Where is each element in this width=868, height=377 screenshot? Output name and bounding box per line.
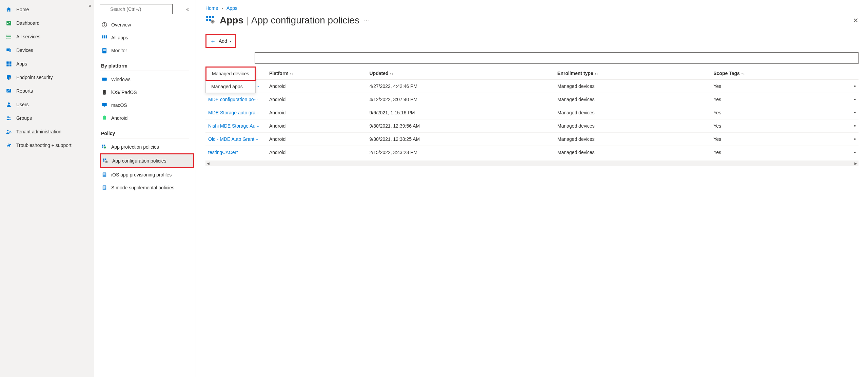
add-button[interactable]: ＋ Add ▾	[206, 35, 235, 47]
row-more-icon[interactable]: •	[835, 106, 859, 119]
column-header[interactable]: Updated↑↓	[367, 67, 555, 80]
reports-icon	[5, 88, 12, 94]
row-more-icon[interactable]: •	[835, 119, 859, 133]
policy-name-link[interactable]: Nishi MDE Storage Au···	[205, 119, 267, 133]
cell-scope: Yes	[711, 106, 834, 119]
svg-rect-12	[6, 63, 8, 65]
smode-icon	[101, 185, 108, 191]
row-more-icon[interactable]: •	[835, 133, 859, 146]
nav-item-label: Home	[16, 7, 29, 12]
svg-rect-16	[8, 65, 10, 67]
horizontal-scrollbar[interactable]: ◀ ▶	[205, 161, 859, 166]
macos-icon	[101, 102, 108, 108]
dropdown-item-managed-devices[interactable]: Managed devices	[205, 67, 256, 81]
sub-item-s-mode-supplemental-policies[interactable]: S mode supplemental policies	[100, 181, 194, 194]
scroll-left-icon[interactable]: ◀	[205, 161, 211, 166]
svg-rect-35	[106, 37, 107, 39]
policy-name-link[interactable]: testingCACert	[205, 146, 267, 159]
collapse-primary-sidebar-icon[interactable]: «	[88, 3, 91, 8]
svg-point-18	[9, 77, 11, 79]
page-title-sub: App configuration policies	[251, 15, 359, 25]
nav-item-troubleshooting-support[interactable]: Troubleshooting + support	[0, 138, 94, 152]
cell-updated: 2/15/2022, 3:43:23 PM	[367, 146, 555, 159]
nav-item-reports[interactable]: Reports	[0, 84, 94, 98]
cell-scope: Yes	[711, 133, 834, 146]
row-more-icon[interactable]: •	[835, 93, 859, 106]
nav-item-dashboard[interactable]: Dashboard	[0, 16, 94, 30]
info-icon	[101, 22, 108, 28]
grid-icon	[101, 35, 108, 41]
nav-item-devices[interactable]: Devices	[0, 43, 94, 57]
sub-sidebar: « OverviewAll appsMonitorBy platformWind…	[94, 0, 196, 377]
dropdown-item-managed-apps[interactable]: Managed apps	[206, 80, 255, 93]
svg-rect-64	[206, 16, 208, 18]
cell-enrollment: Managed devices	[555, 133, 711, 146]
sub-item-ios-app-provisioning-profiles[interactable]: iOS app provisioning profiles	[100, 168, 194, 181]
sub-item-label: Monitor	[111, 48, 127, 53]
svg-rect-45	[104, 106, 105, 107]
page-title-main: Apps	[220, 15, 243, 25]
sub-item-app-configuration-policies[interactable]: App configuration policies	[100, 153, 194, 168]
svg-rect-40	[104, 81, 105, 81]
nav-item-apps[interactable]: Apps	[0, 57, 94, 71]
svg-rect-38	[103, 50, 106, 51]
app-config-icon	[102, 158, 109, 164]
nav-item-label: Reports	[16, 88, 33, 94]
row-more-icon[interactable]: •	[835, 80, 859, 93]
sub-item-overview[interactable]: Overview	[100, 18, 194, 31]
breadcrumb-apps[interactable]: Apps	[226, 5, 237, 11]
nav-item-all-services[interactable]: All services	[0, 30, 94, 43]
search-input[interactable]	[100, 4, 173, 14]
sub-item-windows[interactable]: Windows	[100, 73, 194, 86]
policy-name-link[interactable]: MDE Storage auto gra···	[205, 106, 267, 119]
policy-name-link[interactable]: Old - MDE Auto Grant···	[205, 133, 267, 146]
policy-name-link[interactable]: MDE configuration po···	[205, 93, 267, 106]
close-icon[interactable]: ✕	[853, 16, 859, 24]
app-protect-icon	[101, 144, 108, 150]
scroll-right-icon[interactable]: ▶	[853, 161, 859, 166]
nav-item-label: Apps	[16, 61, 27, 67]
all-services-icon	[5, 33, 12, 40]
nav-item-tenant-administration[interactable]: Tenant administration	[0, 125, 94, 138]
column-header[interactable]: Enrollment type↑↓	[555, 67, 711, 80]
main-content: Home › Apps Apps | App configuration pol…	[196, 0, 868, 377]
cell-scope: Yes	[711, 146, 834, 159]
more-actions-icon[interactable]: ···	[364, 18, 369, 23]
sub-item-label: iOS app provisioning profiles	[111, 172, 172, 177]
collapse-sub-sidebar-icon[interactable]: «	[185, 5, 190, 13]
sub-item-android[interactable]: Android	[100, 112, 194, 125]
sub-item-app-protection-policies[interactable]: App protection policies	[100, 140, 194, 153]
sub-item-monitor[interactable]: Monitor	[100, 44, 194, 57]
nav-item-endpoint-security[interactable]: Endpoint security	[0, 71, 94, 84]
nav-item-home[interactable]: Home	[0, 3, 94, 16]
policies-table: Platform↑↓Updated↑↓Enrollment type↑↓Scop…	[205, 67, 859, 159]
sort-icon: ↑↓	[290, 72, 294, 76]
cell-updated: 9/30/2021, 12:39:56 AM	[367, 119, 555, 133]
svg-rect-54	[103, 161, 104, 162]
svg-rect-43	[102, 103, 107, 106]
sub-item-all-apps[interactable]: All apps	[100, 31, 194, 44]
apps-icon	[205, 15, 215, 26]
column-header[interactable]: Platform↑↓	[267, 67, 367, 80]
troubleshoot-icon	[5, 142, 12, 149]
svg-rect-10	[8, 61, 10, 63]
devices-icon	[5, 47, 12, 54]
sub-item-label: All apps	[111, 35, 128, 40]
sort-icon: ↑↓	[741, 72, 745, 76]
nav-item-label: Dashboard	[16, 20, 40, 26]
breadcrumb-home[interactable]: Home	[205, 5, 218, 11]
svg-rect-66	[212, 16, 214, 18]
tenant-admin-icon	[5, 128, 12, 135]
row-more-icon[interactable]: •	[835, 146, 859, 159]
table-row: MDE configuration po··· Android 4/12/202…	[205, 93, 859, 106]
nav-item-groups[interactable]: Groups	[0, 111, 94, 125]
column-header[interactable]: Scope Tags↑↓	[711, 67, 834, 80]
svg-rect-51	[102, 147, 103, 148]
sub-item-macos[interactable]: macOS	[100, 99, 194, 112]
svg-rect-9	[6, 61, 8, 63]
nav-item-users[interactable]: Users	[0, 98, 94, 111]
cell-updated: 4/12/2022, 3:07:40 PM	[367, 93, 555, 106]
ios-prov-icon	[101, 172, 108, 178]
sub-item-ios-ipados[interactable]: iOS/iPadOS	[100, 86, 194, 99]
filter-input[interactable]	[255, 52, 859, 64]
